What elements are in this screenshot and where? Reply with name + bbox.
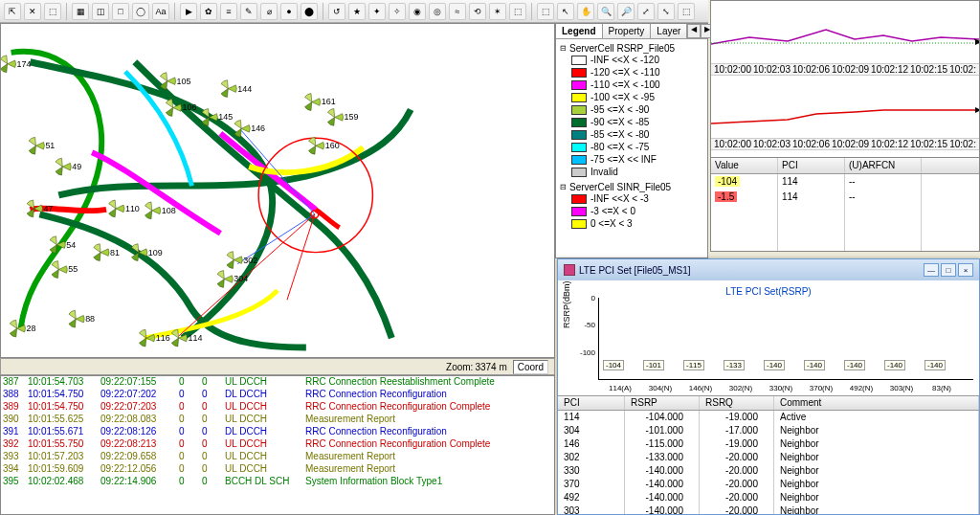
legend-prev[interactable]: ◀ <box>687 24 701 38</box>
toolbar-button-5[interactable]: □ <box>112 3 129 20</box>
log-row[interactable]: 39410:01:59.60909:22:12.05600UL DCCHMeas… <box>1 463 554 476</box>
legend-item: -75 <=X << INF <box>571 153 703 166</box>
legend-item: -120 <=X < -110 <box>571 66 703 78</box>
maximize-button[interactable]: □ <box>941 263 956 277</box>
log-row[interactable]: 39310:01:57.20309:22:09.65800UL DCCHMeas… <box>1 451 554 463</box>
pci-row[interactable]: 330-140.000-20.000Neighbor <box>558 464 979 478</box>
toolbar-button-23[interactable]: ✶ <box>489 3 506 20</box>
cell-site-161[interactable]: 161 <box>304 94 335 111</box>
cell-site-144[interactable]: 144 <box>221 80 252 98</box>
toolbar-button-26[interactable]: ↖ <box>557 3 574 20</box>
col-pci[interactable]: PCI <box>778 158 845 173</box>
toolbar-button-20[interactable]: ◎ <box>429 3 446 20</box>
col-rsrq[interactable]: RSRQ <box>700 396 774 410</box>
svg-text:114: 114 <box>189 333 203 343</box>
toolbar-button-32[interactable]: ⬚ <box>678 3 695 20</box>
cell-site-51[interactable]: 51 <box>29 137 55 154</box>
toolbar-button-25[interactable]: ⬚ <box>537 3 554 20</box>
col-value[interactable]: Value <box>711 158 778 173</box>
svg-text:88: 88 <box>85 314 95 324</box>
value-row[interactable]: -104114-- <box>711 174 979 190</box>
message-log-table[interactable]: 38710:01:54.70309:22:07:15500UL DCCHRRC … <box>0 375 555 515</box>
value-table: Value PCI (U)ARFCN -104114---1.5114-- <box>710 158 980 252</box>
tab-legend[interactable]: Legend <box>556 24 603 38</box>
cell-site-174[interactable]: 174 <box>1 56 32 73</box>
cell-site-55[interactable]: 55 <box>52 261 78 279</box>
toolbar-button-10[interactable]: ≡ <box>220 3 237 20</box>
toolbar-button-6[interactable]: ◯ <box>132 3 149 20</box>
cell-site-105[interactable]: 105 <box>160 73 190 90</box>
legend-group[interactable]: ServerCell RSRP_File05 <box>560 43 703 54</box>
tab-layer[interactable]: Layer <box>651 24 687 38</box>
toolbar-button-12[interactable]: ⌀ <box>260 3 278 20</box>
toolbar-button-11[interactable]: ✎ <box>240 3 257 20</box>
value-row[interactable]: -1.5114-- <box>711 190 979 205</box>
log-row[interactable]: 39210:01:55.75009:22:08:21300UL DCCHRRC … <box>1 438 554 451</box>
value-row[interactable] <box>711 235 979 251</box>
toolbar-button-9[interactable]: ✿ <box>200 3 217 20</box>
log-row[interactable]: 38810:01:54.75009:22:07:20200DL DCCHRRC … <box>1 389 554 401</box>
map-view[interactable]: 1051061441451461611591605149471101081095… <box>0 23 555 358</box>
pci-data-table[interactable]: PCI RSRP RSRQ Comment 114-104.000-19.000… <box>558 395 979 514</box>
toolbar-button-14[interactable]: ⬤ <box>301 3 318 20</box>
toolbar-button-28[interactable]: 🔍 <box>597 3 614 20</box>
pci-row[interactable]: 114-104.000-19.000Active <box>558 411 979 424</box>
cell-site-159[interactable]: 159 <box>327 109 358 126</box>
cell-site-81[interactable]: 81 <box>94 244 120 261</box>
pci-row[interactable]: 304-101.000-17.000Neighbor <box>558 424 979 437</box>
svg-text:28: 28 <box>27 324 36 333</box>
toolbar-button-0[interactable]: ⇱ <box>4 3 21 20</box>
log-row[interactable]: 39110:01:55.67109:22:08:12600DL DCCHRRC … <box>1 426 554 438</box>
cell-site-146[interactable]: 146 <box>234 120 265 137</box>
toolbar-button-21[interactable]: ≈ <box>449 3 466 20</box>
toolbar-button-19[interactable]: ◉ <box>409 3 426 20</box>
close-button[interactable]: × <box>958 263 973 277</box>
tab-property[interactable]: Property <box>603 24 652 38</box>
log-row[interactable]: 39510:02:02.46809:22:14.90600BCCH DL SCH… <box>1 476 554 488</box>
cell-site-49[interactable]: 49 <box>56 158 81 175</box>
pci-row[interactable]: 492-140.000-20.000Neighbor <box>558 491 979 504</box>
value-row[interactable] <box>711 205 979 220</box>
value-row[interactable] <box>711 220 979 235</box>
toolbar-button-22[interactable]: ⟲ <box>469 3 486 20</box>
toolbar-button-16[interactable]: ★ <box>348 3 366 20</box>
toolbar-button-2[interactable]: ⬚ <box>44 3 61 20</box>
legend-group[interactable]: ServerCell SINR_File05 <box>560 182 703 192</box>
log-row[interactable]: 38910:01:54.75009:22:07:20300UL DCCHRRC … <box>1 401 554 414</box>
toolbar-button-27[interactable]: ✋ <box>577 3 594 20</box>
svg-text:51: 51 <box>45 141 55 150</box>
toolbar-button-4[interactable]: ◫ <box>92 3 109 20</box>
toolbar-button-18[interactable]: ✧ <box>389 3 406 20</box>
time-tick: 10:02:15 <box>910 139 947 149</box>
toolbar-button-1[interactable]: ✕ <box>24 3 41 20</box>
pci-row[interactable]: 303-140.000-20.000Neighbor <box>558 504 979 514</box>
toolbar-button-15[interactable]: ↺ <box>328 3 345 20</box>
toolbar-button-24[interactable]: ⬚ <box>509 3 526 20</box>
col-comment[interactable]: Comment <box>774 396 979 410</box>
toolbar-button-8[interactable]: ▶ <box>180 3 197 20</box>
pci-row[interactable]: 146-115.000-19.000Neighbor <box>558 437 979 451</box>
toolbar-button-30[interactable]: ⤢ <box>637 3 655 20</box>
minimize-button[interactable]: — <box>924 263 939 277</box>
cell-site-110[interactable]: 110 <box>109 200 140 217</box>
toolbar-button-17[interactable]: ✦ <box>368 3 386 20</box>
toolbar-button-29[interactable]: 🔎 <box>617 3 635 20</box>
cell-site-88[interactable]: 88 <box>69 310 95 327</box>
log-row[interactable]: 39010:01:55.62509:22:08.08300UL DCCHMeas… <box>1 414 554 426</box>
toolbar-button-31[interactable]: ⤡ <box>657 3 675 20</box>
pci-row[interactable]: 302-133.000-20.000Neighbor <box>558 451 979 464</box>
time-tick: 10:02:15 <box>910 64 947 75</box>
chart-title: LTE PCI Set(RSRP) <box>566 284 971 299</box>
toolbar-button-7[interactable]: Aa <box>152 3 169 20</box>
svg-text:146: 146 <box>251 123 265 133</box>
col-rsrp[interactable]: RSRP <box>625 396 700 410</box>
col-arfcn[interactable]: (U)ARFCN <box>845 158 922 173</box>
toolbar-button-13[interactable]: ● <box>280 3 298 20</box>
col-pci[interactable]: PCI <box>558 396 625 410</box>
cell-site-160[interactable]: 160 <box>308 137 339 154</box>
log-row[interactable]: 38710:01:54.70309:22:07:15500UL DCCHRRC … <box>1 376 554 389</box>
pci-row[interactable]: 370-140.000-20.000Neighbor <box>558 478 979 491</box>
svg-text:105: 105 <box>177 77 191 86</box>
time-tick: 10:02:12 <box>871 64 908 75</box>
toolbar-button-3[interactable]: ▦ <box>72 3 89 20</box>
